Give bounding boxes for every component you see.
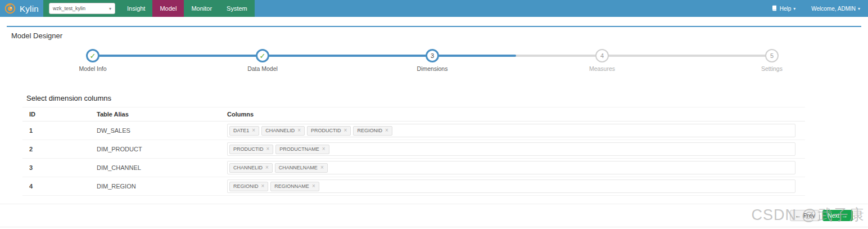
column-tag: PRODUCTID× xyxy=(307,126,351,136)
nav-menu: InsightModelMonitorSystem xyxy=(120,0,255,17)
arrow-left-icon: ← xyxy=(795,213,801,219)
step-label: Model Info xyxy=(79,65,106,72)
column-header: Table Alias xyxy=(90,107,220,122)
tag-label: PRODUCTNAME xyxy=(279,146,319,152)
caret-down-icon: ▾ xyxy=(858,6,860,11)
footer-bar: ← Prev Next → xyxy=(0,204,868,227)
table-header-row: IDTable AliasColumns xyxy=(22,107,805,122)
tag-label: REGIONID xyxy=(233,183,259,189)
prev-label: Prev xyxy=(803,213,815,219)
row-id: 4 xyxy=(22,177,90,196)
remove-tag-icon[interactable]: × xyxy=(385,128,388,133)
columns-cell: REGIONID×REGIONNAME× xyxy=(220,177,805,196)
caret-down-icon: ▾ xyxy=(793,6,795,11)
step-label: Settings xyxy=(761,65,783,72)
columns-input[interactable]: CHANNELID×CHANNELNAME× xyxy=(227,161,795,174)
tag-label: REGIONNAME xyxy=(274,183,309,189)
columns-input[interactable]: PRODUCTID×PRODUCTNAME× xyxy=(227,142,795,156)
step-number: 5 xyxy=(765,49,779,62)
help-menu[interactable]: Help ▾ xyxy=(763,0,804,17)
brand-title: Kylin xyxy=(20,4,39,14)
wizard-step-measures[interactable]: 4Measures xyxy=(568,49,636,72)
row-id: 3 xyxy=(22,159,90,177)
nav-item-system[interactable]: System xyxy=(219,0,255,17)
table-alias: DW_SALES xyxy=(90,122,220,140)
remove-tag-icon[interactable]: × xyxy=(266,146,270,152)
wizard-step-dimensions[interactable]: 3Dimensions xyxy=(399,49,466,72)
dimension-table: IDTable AliasColumns 1DW_SALESDATE1×CHAN… xyxy=(22,107,805,196)
welcome-label: Welcome, ADMIN xyxy=(811,6,856,12)
column-tag: REGIONID× xyxy=(229,182,268,191)
nav-item-model[interactable]: Model xyxy=(152,0,184,17)
step-number: 3 xyxy=(426,49,439,62)
section-title: Select dimension columns xyxy=(26,94,868,102)
remove-tag-icon[interactable]: × xyxy=(312,183,315,189)
wizard: ✓Model Info✓Data Model3Dimensions4Measur… xyxy=(59,49,806,75)
step-label: Data Model xyxy=(247,65,278,72)
table-row: 3DIM_CHANNELCHANNELID×CHANNELNAME× xyxy=(22,159,805,177)
row-id: 2 xyxy=(22,140,90,159)
table-alias: DIM_CHANNEL xyxy=(90,159,220,177)
table-row: 2DIM_PRODUCTPRODUCTID×PRODUCTNAME× xyxy=(22,140,805,159)
wizard-step-model-info[interactable]: ✓Model Info xyxy=(59,49,126,72)
tag-label: CHANNELID xyxy=(265,128,295,133)
column-tag: PRODUCTID× xyxy=(229,145,273,154)
remove-tag-icon[interactable]: × xyxy=(297,128,301,133)
kylin-logo-icon xyxy=(4,3,16,14)
table-row: 1DW_SALESDATE1×CHANNELID×PRODUCTID×REGIO… xyxy=(22,122,805,140)
top-navbar: Kylin wzk_test_kylin ▾ InsightModelMonit… xyxy=(0,0,868,17)
next-button[interactable]: Next → xyxy=(822,210,853,221)
check-icon: ✓ xyxy=(86,49,100,62)
prev-button[interactable]: ← Prev xyxy=(790,210,820,221)
columns-input[interactable]: DATE1×CHANNELID×PRODUCTID×REGIONID× xyxy=(227,124,795,137)
header-divider xyxy=(7,26,861,27)
column-tag: DATE1× xyxy=(229,126,259,136)
table-alias: DIM_PRODUCT xyxy=(90,140,220,159)
wizard-step-data-model[interactable]: ✓Data Model xyxy=(229,49,296,72)
nav-item-monitor[interactable]: Monitor xyxy=(184,0,219,17)
remove-tag-icon[interactable]: × xyxy=(344,128,347,133)
columns-input[interactable]: REGIONID×REGIONNAME× xyxy=(227,179,795,193)
columns-cell: CHANNELID×CHANNELNAME× xyxy=(220,159,805,177)
tag-label: DATE1 xyxy=(233,128,249,133)
page-title: Model Designer xyxy=(11,32,868,40)
wizard-steps: ✓Model Info✓Data Model3Dimensions4Measur… xyxy=(59,49,806,72)
check-icon: ✓ xyxy=(256,49,269,62)
column-tag: CHANNELID× xyxy=(229,163,273,173)
tag-label: CHANNELID xyxy=(233,165,263,170)
remove-tag-icon[interactable]: × xyxy=(320,165,324,170)
column-tag: CHANNELID× xyxy=(261,126,305,136)
columns-cell: PRODUCTID×PRODUCTNAME× xyxy=(220,140,805,159)
column-header: ID xyxy=(22,107,90,122)
remove-tag-icon[interactable]: × xyxy=(322,146,326,152)
columns-cell: DATE1×CHANNELID×PRODUCTID×REGIONID× xyxy=(220,122,805,140)
remove-tag-icon[interactable]: × xyxy=(261,183,265,189)
row-id: 1 xyxy=(22,122,90,140)
table-alias: DIM_REGION xyxy=(90,177,220,196)
book-icon xyxy=(771,5,777,12)
brand-area[interactable]: Kylin xyxy=(0,0,43,17)
project-select-value: wzk_test_kylin xyxy=(53,6,85,11)
project-select[interactable]: wzk_test_kylin ▾ xyxy=(49,3,115,14)
tag-label: PRODUCTID xyxy=(311,128,341,133)
next-label: Next xyxy=(828,213,839,219)
user-menu[interactable]: Welcome, ADMIN ▾ xyxy=(803,0,868,17)
column-header: Columns xyxy=(220,107,805,122)
tag-label: REGIONID xyxy=(357,128,382,133)
remove-tag-icon[interactable]: × xyxy=(265,165,269,170)
nav-item-insight[interactable]: Insight xyxy=(120,0,152,17)
step-label: Measures xyxy=(589,65,615,72)
wizard-step-settings[interactable]: 5Settings xyxy=(738,49,806,72)
column-tag: REGIONID× xyxy=(353,126,392,136)
step-label: Dimensions xyxy=(417,65,448,72)
column-tag: CHANNELNAME× xyxy=(275,163,328,173)
caret-down-icon: ▾ xyxy=(109,6,111,11)
tag-label: CHANNELNAME xyxy=(279,165,318,170)
remove-tag-icon[interactable]: × xyxy=(252,128,255,133)
column-tag: PRODUCTNAME× xyxy=(275,145,329,154)
table-row: 4DIM_REGIONREGIONID×REGIONNAME× xyxy=(22,177,805,196)
help-label: Help xyxy=(780,6,792,12)
nav-right: Help ▾ Welcome, ADMIN ▾ xyxy=(763,0,868,17)
column-tag: REGIONNAME× xyxy=(270,182,319,191)
tag-label: PRODUCTID xyxy=(233,146,264,152)
